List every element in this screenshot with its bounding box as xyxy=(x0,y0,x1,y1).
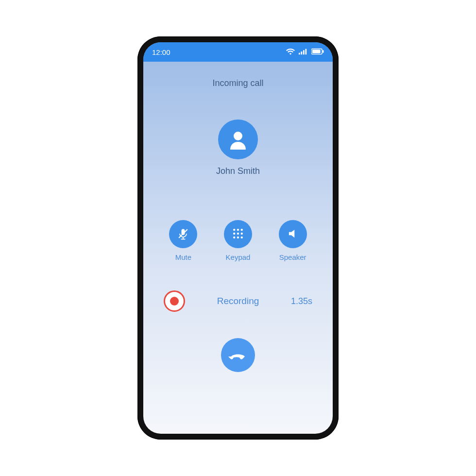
status-icons xyxy=(286,48,324,56)
end-call-button[interactable] xyxy=(221,338,255,372)
recording-time: 1.35s xyxy=(291,296,312,306)
svg-rect-6 xyxy=(323,50,323,53)
phone-screen: 12:00 xyxy=(143,42,333,434)
svg-point-15 xyxy=(233,232,235,234)
mute-label: Mute xyxy=(175,253,191,261)
speaker-label: Speaker xyxy=(279,253,306,261)
phone-frame: 12:00 xyxy=(137,36,339,440)
mute-icon xyxy=(176,227,190,242)
svg-point-17 xyxy=(241,232,243,234)
recording-row: Recording 1.35s xyxy=(143,290,333,312)
avatar-icon xyxy=(218,119,258,159)
svg-point-16 xyxy=(237,232,239,234)
record-button[interactable] xyxy=(164,290,185,312)
svg-rect-5 xyxy=(312,50,321,53)
recording-label: Recording xyxy=(217,296,259,306)
keypad-control: Keypad xyxy=(216,220,260,261)
svg-rect-2 xyxy=(303,50,305,54)
signal-icon xyxy=(299,48,307,56)
mute-button[interactable] xyxy=(169,220,197,248)
speaker-icon xyxy=(287,227,299,241)
battery-icon xyxy=(311,48,324,56)
status-time: 12:00 xyxy=(152,48,170,56)
svg-point-18 xyxy=(233,236,235,238)
call-controls: Mute xyxy=(143,220,333,261)
end-call-area xyxy=(143,338,333,372)
wifi-icon xyxy=(286,48,295,56)
svg-point-12 xyxy=(233,229,235,231)
svg-rect-1 xyxy=(301,51,303,54)
caller-area: John Smith xyxy=(143,88,333,176)
svg-point-20 xyxy=(241,236,243,238)
call-title: Incoming call xyxy=(143,62,333,88)
speaker-button[interactable] xyxy=(279,220,307,248)
svg-point-19 xyxy=(237,236,239,238)
svg-point-7 xyxy=(234,132,242,140)
mute-control: Mute xyxy=(161,220,205,261)
svg-rect-3 xyxy=(306,49,307,54)
caller-name: John Smith xyxy=(216,166,260,176)
phone-hangup-icon xyxy=(228,345,248,366)
record-icon xyxy=(170,297,179,306)
keypad-label: Keypad xyxy=(226,253,251,261)
svg-point-14 xyxy=(241,229,243,231)
status-bar: 12:00 xyxy=(143,42,333,62)
keypad-icon xyxy=(232,227,244,241)
speaker-control: Speaker xyxy=(271,220,315,261)
svg-point-13 xyxy=(237,229,239,231)
svg-rect-0 xyxy=(299,52,300,54)
keypad-button[interactable] xyxy=(224,220,252,248)
